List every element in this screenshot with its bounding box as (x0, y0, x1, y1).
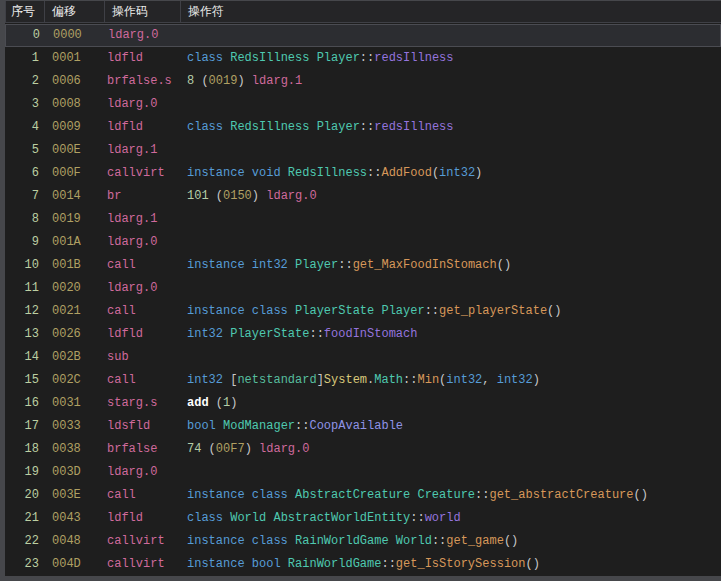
table-row[interactable]: 9001Aldarg.0 (5, 231, 721, 254)
table-row[interactable]: 130026ldfldint32 PlayerState::foodInStom… (5, 323, 721, 346)
cell-offset: 0009 (44, 116, 104, 139)
cell-opcode: ldarg.0 (104, 231, 180, 254)
table-row[interactable]: 15002Ccallint32 [netstandard]System.Math… (5, 369, 721, 392)
cell-offset: 0014 (44, 185, 104, 208)
table-row[interactable]: 170033ldsfldbool ModManager::CoopAvailab… (5, 415, 721, 438)
operand-token: get_MaxFoodInStomach (353, 258, 497, 272)
cell-operand: class RedsIllness Player::redsIllness (180, 47, 721, 70)
operand-token: AddFood (381, 166, 431, 180)
operand-token: ( (201, 442, 215, 456)
table-row[interactable]: 110020ldarg.0 (5, 277, 721, 300)
table-row[interactable]: 70014br101 (0150) ldarg.0 (5, 185, 721, 208)
cell-index: 18 (5, 438, 44, 461)
operand-token: :: (425, 304, 439, 318)
table-row[interactable]: 00000ldarg.0 (5, 24, 721, 47)
cell-offset: 0021 (44, 300, 104, 323)
cell-index: 5 (5, 139, 44, 162)
operand-token: world (425, 511, 461, 525)
operand-token: RedsIllness (230, 51, 316, 65)
cell-index: 22 (5, 530, 44, 553)
cell-offset: 0043 (44, 507, 104, 530)
cell-offset: 003E (44, 484, 104, 507)
cell-index: 8 (5, 208, 44, 231)
cell-operand (180, 461, 721, 484)
table-row[interactable]: 10001Bcallinstance int32 Player::get_Max… (5, 254, 721, 277)
column-header-operand[interactable]: 操作符 (181, 1, 721, 22)
cell-offset: 000E (44, 139, 104, 162)
table-row[interactable]: 40009ldfldclass RedsIllness Player::reds… (5, 116, 721, 139)
cell-opcode: call (104, 484, 180, 507)
operand-token: instance (187, 534, 252, 548)
cell-opcode: starg.s (104, 392, 180, 415)
table-row[interactable]: 210043ldfldclass World AbstractWorldEnti… (5, 507, 721, 530)
operand-token: RedsIllness (288, 166, 367, 180)
table-row[interactable]: 220048callvirtinstance class RainWorldGa… (5, 530, 721, 553)
column-header-opcode[interactable]: 操作码 (105, 1, 181, 22)
operand-token: 101 (187, 189, 209, 203)
operand-token: ) (237, 74, 251, 88)
operand-token: ( (432, 166, 439, 180)
table-row[interactable]: 20006brfalse.s8 (0019) ldarg.1 (5, 70, 721, 93)
cell-operand: instance class PlayerState Player::get_p… (180, 300, 721, 323)
cell-operand: int32 PlayerState::foodInStomach (180, 323, 721, 346)
cell-operand: class RedsIllness Player::redsIllness (180, 116, 721, 139)
operand-token: redsIllness (374, 51, 453, 65)
cell-offset: 0038 (44, 438, 104, 461)
table-row[interactable]: 160031starg.sadd (1) (5, 392, 721, 415)
column-header-index[interactable]: 序号 (6, 1, 45, 22)
operand-token: ldarg.0 (259, 442, 309, 456)
cell-operand: add (1) (180, 392, 721, 415)
cell-operand: int32 [netstandard]System.Math::Min(int3… (180, 369, 721, 392)
cell-offset: 000F (44, 162, 104, 185)
table-row[interactable]: 20003Ecallinstance class AbstractCreatur… (5, 484, 721, 507)
cell-offset: 0001 (44, 47, 104, 70)
table-row[interactable]: 6000Fcallvirtinstance void RedsIllness::… (5, 162, 721, 185)
table-row[interactable]: 80019ldarg.1 (5, 208, 721, 231)
cell-operand: 74 (00F7) ldarg.0 (180, 438, 721, 461)
operand-token: class (187, 51, 230, 65)
operand-token: System (324, 373, 367, 387)
operand-token: ( (209, 396, 223, 410)
cell-operand (180, 231, 721, 254)
column-header-offset[interactable]: 偏移 (45, 1, 105, 22)
operand-token: instance (187, 166, 252, 180)
operand-token: , (482, 373, 496, 387)
operand-token: ldarg.1 (252, 74, 302, 88)
table-row[interactable]: 23004Dcallvirtinstance bool RainWorldGam… (5, 553, 721, 576)
table-row[interactable]: 180038brfalse74 (00F7) ldarg.0 (5, 438, 721, 461)
operand-token: get_IsStorySession (396, 557, 526, 571)
cell-index: 12 (5, 300, 44, 323)
cell-index: 2 (5, 70, 44, 93)
operand-token: class (252, 534, 295, 548)
cell-offset: 004D (44, 553, 104, 576)
operand-token: RainWorldGame (295, 534, 396, 548)
cell-operand (180, 93, 721, 116)
operand-token: () (634, 488, 648, 502)
table-row[interactable]: 120021callinstance class PlayerState Pla… (5, 300, 721, 323)
operand-token: Min (417, 373, 439, 387)
cell-opcode: callvirt (104, 553, 180, 576)
cell-opcode: ldfld (104, 47, 180, 70)
operand-token: ( (194, 74, 208, 88)
cell-offset: 0026 (44, 323, 104, 346)
cell-index: 15 (5, 369, 44, 392)
operand-token: :: (410, 511, 424, 525)
table-row[interactable]: 19003Dldarg.0 (5, 461, 721, 484)
operand-token: instance (187, 488, 252, 502)
table-row[interactable]: 14002Bsub (5, 346, 721, 369)
cell-index: 21 (5, 507, 44, 530)
table-row[interactable]: 30008ldarg.0 (5, 93, 721, 116)
cell-offset: 0019 (44, 208, 104, 231)
operand-token: int32 (439, 166, 475, 180)
operand-token: netstandard (237, 373, 316, 387)
table-row[interactable]: 5000Eldarg.1 (5, 139, 721, 162)
cell-operand: 8 (0019) ldarg.1 (180, 70, 721, 93)
cell-opcode: ldarg.1 (104, 208, 180, 231)
cell-offset: 003D (44, 461, 104, 484)
cell-opcode: ldfld (104, 507, 180, 530)
cell-opcode: ldarg.0 (104, 461, 180, 484)
table-row[interactable]: 10001ldfldclass RedsIllness Player::reds… (5, 47, 721, 70)
operand-token: World (230, 511, 273, 525)
operand-token: :: (367, 166, 381, 180)
cell-opcode: brfalse (104, 438, 180, 461)
